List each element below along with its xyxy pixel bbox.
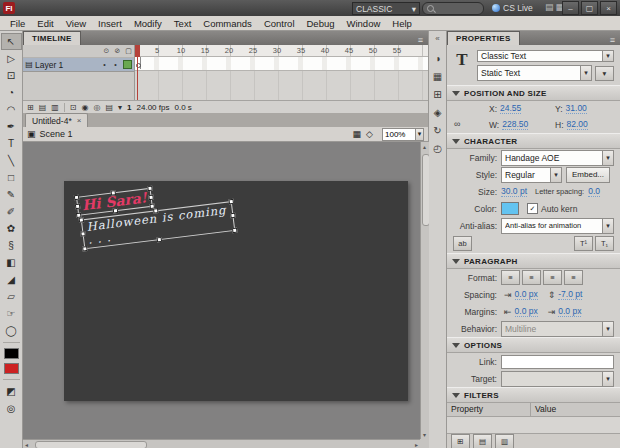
- workspace-switcher[interactable]: CLASSIC ▾: [352, 2, 420, 15]
- filter-presets-button[interactable]: ▤: [473, 434, 492, 448]
- delete-layer-button[interactable]: ▥: [51, 103, 59, 112]
- outline-layers-icon[interactable]: ▢: [123, 47, 134, 55]
- 3d-rotation-tool-icon[interactable]: ◔: [1, 84, 22, 101]
- menu-file[interactable]: File: [4, 18, 31, 29]
- menu-debug[interactable]: Debug: [301, 18, 341, 29]
- stage-pasteboard[interactable]: Hi Sara! Halloween is coming . . .: [23, 142, 429, 448]
- expand-dock-icon[interactable]: «: [435, 34, 439, 43]
- search-input[interactable]: [422, 2, 484, 15]
- layer-lock-dot[interactable]: •: [110, 61, 121, 68]
- text-type-select[interactable]: Static Text: [477, 65, 592, 81]
- section-position-size[interactable]: POSITION AND SIZE: [447, 85, 620, 101]
- show-hide-layers-icon[interactable]: ⊙: [101, 47, 112, 55]
- tab-properties[interactable]: PROPERTIES: [447, 31, 520, 45]
- y-value[interactable]: 31.00: [566, 103, 587, 114]
- tab-timeline[interactable]: TIMELINE: [23, 31, 81, 45]
- fill-color-swatch[interactable]: [4, 363, 19, 374]
- subselection-tool-icon[interactable]: ▷: [1, 50, 22, 67]
- menu-text[interactable]: Text: [168, 18, 197, 29]
- text-orientation-button[interactable]: ▾: [595, 66, 614, 81]
- free-transform-tool-icon[interactable]: ⊡: [1, 67, 22, 84]
- info-panel-icon[interactable]: ◈: [430, 103, 446, 121]
- selection-handle[interactable]: [80, 231, 86, 237]
- line-spacing-value[interactable]: -7.0 pt: [558, 289, 582, 300]
- brush-tool-icon[interactable]: ✐: [1, 203, 22, 220]
- selection-handle[interactable]: [230, 213, 236, 219]
- menu-commands[interactable]: Commands: [197, 18, 258, 29]
- history-panel-icon[interactable]: ◴: [430, 139, 446, 157]
- maximize-button[interactable]: ▢: [581, 1, 598, 15]
- layer-visible-dot[interactable]: •: [99, 61, 110, 68]
- scroll-right-icon[interactable]: ▸: [415, 441, 418, 448]
- embed-button[interactable]: Embed...: [566, 167, 610, 183]
- scroll-left-icon[interactable]: ◂: [25, 441, 28, 448]
- h-value[interactable]: 82.00: [567, 119, 588, 130]
- layer-row[interactable]: ▤ Layer 1 • •: [23, 58, 134, 72]
- center-frame-icon[interactable]: ⊡: [70, 103, 77, 112]
- zoom-tool-icon[interactable]: ◯: [1, 322, 22, 339]
- layer-outline-color-swatch[interactable]: [123, 60, 132, 69]
- selectable-button[interactable]: ab: [453, 236, 472, 251]
- menu-view[interactable]: View: [60, 18, 92, 29]
- margin-left-value[interactable]: 0.0 px: [515, 306, 538, 317]
- selection-tool-icon[interactable]: ↖: [1, 33, 22, 50]
- subscript-button[interactable]: T₁: [595, 236, 614, 251]
- menu-insert[interactable]: Insert: [92, 18, 128, 29]
- eyedropper-tool-icon[interactable]: ◢: [1, 271, 22, 288]
- edit-symbol-icon[interactable]: ◇: [366, 129, 373, 139]
- lasso-tool-icon[interactable]: ◠: [1, 101, 22, 118]
- indent-value[interactable]: 0.0 px: [515, 289, 538, 300]
- layer-frames-row[interactable]: [135, 57, 428, 71]
- eraser-tool-icon[interactable]: ▱: [1, 288, 22, 305]
- selection-handle[interactable]: [82, 246, 88, 252]
- paint-bucket-tool-icon[interactable]: ◧: [1, 254, 22, 271]
- selection-handle[interactable]: [75, 203, 81, 209]
- close-tab-icon[interactable]: ×: [77, 116, 82, 125]
- timeline-ruler[interactable]: 5 10 15 20 25 30 35 40 45 50 55: [135, 45, 428, 57]
- horizontal-scrollbar[interactable]: ◂ ▸: [23, 439, 420, 448]
- scene-name[interactable]: Scene 1: [40, 129, 73, 139]
- zoom-input[interactable]: [383, 130, 415, 139]
- align-justify-button[interactable]: ≡: [564, 270, 583, 285]
- arrange-documents-icon[interactable]: ▤: [545, 2, 554, 12]
- line-tool-icon[interactable]: ╲: [1, 152, 22, 169]
- margin-right-value[interactable]: 0.0 px: [558, 306, 581, 317]
- pen-tool-icon[interactable]: ✒: [1, 118, 22, 135]
- delete-filter-button[interactable]: ▥: [495, 434, 514, 448]
- text-tool-icon[interactable]: T: [1, 135, 22, 152]
- swatches-panel-icon[interactable]: ▦: [430, 67, 446, 85]
- selection-handle[interactable]: [74, 195, 80, 201]
- menu-edit[interactable]: Edit: [31, 18, 59, 29]
- edit-scene-icon[interactable]: ▦: [353, 129, 362, 139]
- zoom-dropdown-icon[interactable]: ▾: [415, 129, 423, 140]
- deco-tool-icon[interactable]: ✿: [1, 220, 22, 237]
- new-layer-button[interactable]: ⊞: [27, 103, 34, 112]
- onion-skin-outlines-icon[interactable]: ◎: [94, 103, 101, 112]
- vertical-scrollbar[interactable]: ▴ ▾: [420, 142, 429, 439]
- align-panel-icon[interactable]: ⊞: [430, 85, 446, 103]
- section-paragraph[interactable]: PARAGRAPH: [447, 253, 620, 269]
- new-folder-button[interactable]: ▤: [39, 103, 47, 112]
- link-width-height-icon[interactable]: ∞: [454, 119, 460, 129]
- align-left-button[interactable]: ≡: [501, 270, 520, 285]
- rectangle-tool-icon[interactable]: □: [1, 169, 22, 186]
- selection-handle[interactable]: [147, 186, 153, 192]
- w-value[interactable]: 228.50: [502, 119, 528, 130]
- anti-alias-select[interactable]: Anti-alias for animation: [501, 218, 614, 234]
- font-style-select[interactable]: Regular: [501, 167, 562, 183]
- align-right-button[interactable]: ≡: [543, 270, 562, 285]
- panel-menu-icon[interactable]: ≡: [605, 35, 620, 45]
- menu-window[interactable]: Window: [341, 18, 387, 29]
- selection-handle[interactable]: [153, 208, 159, 214]
- cs-live-button[interactable]: CS Live: [492, 1, 533, 14]
- black-white-colors-icon[interactable]: ◩: [1, 383, 22, 400]
- selection-handle[interactable]: [157, 237, 163, 243]
- add-filter-button[interactable]: ⊞: [451, 434, 470, 448]
- edit-multiple-frames-icon[interactable]: ▤: [106, 103, 114, 112]
- size-value[interactable]: 30.0 pt: [501, 186, 527, 197]
- selection-handle[interactable]: [148, 194, 154, 200]
- empty-keyframe[interactable]: [135, 57, 141, 69]
- link-input[interactable]: [501, 355, 614, 369]
- close-button[interactable]: ×: [600, 1, 617, 15]
- bone-tool-icon[interactable]: §: [1, 237, 22, 254]
